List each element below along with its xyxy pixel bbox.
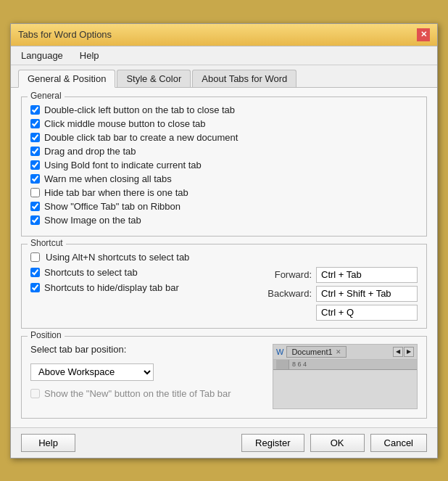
scroll-left-btn: ◀ xyxy=(393,347,403,357)
general-section-title: General xyxy=(28,91,65,101)
scroll-right-btn: ▶ xyxy=(404,347,414,357)
general-checkbox-7: Show "Office Tab" tab on Ribbon xyxy=(30,201,418,212)
backward-label: Backward: xyxy=(261,288,312,299)
general-checkbox-6: Hide tab bar when there is one tab xyxy=(30,187,418,198)
register-button[interactable]: Register xyxy=(241,434,304,452)
doc-icon: W xyxy=(276,348,283,356)
forward-label: Forward: xyxy=(261,269,312,280)
general-section: General Double-click left button on the … xyxy=(21,96,427,237)
tabs-bar: General & Position Style & Color About T… xyxy=(11,65,437,88)
close-button[interactable]: ✕ xyxy=(417,28,430,41)
checkbox-show-ribbon-label: Show "Office Tab" tab on Ribbon xyxy=(44,201,181,212)
doc-ruler-marks: 8 6 4 xyxy=(292,361,307,368)
shortcut-forward-row: Forward: xyxy=(261,267,418,283)
shortcut-row-select: Shortcuts to select tab xyxy=(30,267,254,278)
menu-bar: Language Help xyxy=(11,46,437,65)
position-left: Select tab bar position: Above Workspace… xyxy=(30,344,265,399)
cancel-button[interactable]: Cancel xyxy=(370,434,427,452)
select-bar-position-label: Select tab bar position: xyxy=(30,344,265,355)
footer-right: Register OK Cancel xyxy=(241,434,427,452)
checkbox-shortcuts-hide[interactable] xyxy=(30,283,40,292)
checkbox-dbl-tabbar-label: Double click tab bar to create a new doc… xyxy=(44,132,238,143)
tab-content: General Double-click left button on the … xyxy=(11,88,437,427)
position-inner: Select tab bar position: Above Workspace… xyxy=(30,344,418,409)
shortcut-select-left: Shortcuts to select tab Shortcuts to hid… xyxy=(30,267,254,296)
checkbox-bold-font-label: Using Bold font to indicate current tab xyxy=(44,160,202,170)
shortcut-select-area: Shortcuts to select tab Shortcuts to hid… xyxy=(30,267,418,321)
doc-ruler-left xyxy=(276,360,289,369)
shortcut-row-altn: Using Alt+N shortcuts to select tab xyxy=(30,252,418,263)
checkbox-bold-font[interactable] xyxy=(30,160,40,170)
general-checkbox-4: Using Bold font to indicate current tab xyxy=(30,160,418,170)
tab-general-position[interactable]: General & Position xyxy=(18,70,115,88)
checkbox-drag-drop-label: Drag and drop the tab xyxy=(44,146,136,157)
dialog: Tabs for Word Options ✕ Language Help Ge… xyxy=(10,23,438,459)
position-section-title: Position xyxy=(28,330,65,340)
doc-ruler: 8 6 4 xyxy=(273,360,417,370)
shortcut-backward-row: Backward: xyxy=(261,286,418,302)
dialog-title: Tabs for Word Options xyxy=(18,29,112,40)
checkbox-drag-drop[interactable] xyxy=(30,147,40,156)
checkbox-show-new-label: Show the "New" button on the title of Ta… xyxy=(44,388,231,399)
general-checkbox-1: Click middle mouse button to close tab xyxy=(30,118,418,129)
general-checkbox-5: Warn me when closing all tabs xyxy=(30,173,418,184)
doc-title-bar: W Document1 ✕ ◀ ▶ xyxy=(273,345,417,360)
checkbox-warn-close[interactable] xyxy=(30,174,40,184)
doc-tab-close: ✕ xyxy=(336,348,341,355)
checkbox-show-image[interactable] xyxy=(30,215,40,225)
doc-preview: W Document1 ✕ ◀ ▶ 8 6 4 xyxy=(273,344,418,409)
position-section: Position Select tab bar position: Above … xyxy=(21,336,427,419)
checkbox-hide-tabbar-label: Hide tab bar when there is one tab xyxy=(44,187,188,198)
tab-style-color[interactable]: Style & Color xyxy=(117,70,191,87)
general-checkbox-8: Show Image on the tab xyxy=(30,215,418,226)
backward-input[interactable] xyxy=(316,286,418,302)
menu-language[interactable]: Language xyxy=(18,49,66,62)
checkbox-altn-label: Using Alt+N shortcuts to select tab xyxy=(46,252,189,263)
title-bar: Tabs for Word Options ✕ xyxy=(11,24,437,46)
hide-input[interactable] xyxy=(316,305,418,321)
general-checkbox-0: Double-click left button on the tab to c… xyxy=(30,104,418,115)
help-button[interactable]: Help xyxy=(21,434,75,452)
shortcut-section: Shortcut Using Alt+N shortcuts to select… xyxy=(21,244,427,329)
checkbox-shortcuts-select[interactable] xyxy=(30,268,40,277)
shortcut-inputs: Forward: Backward: xyxy=(261,267,418,321)
general-checkbox-2: Double click tab bar to create a new doc… xyxy=(30,132,418,143)
show-new-btn-row: Show the "New" button on the title of Ta… xyxy=(30,388,265,399)
checkbox-show-new[interactable] xyxy=(30,389,40,398)
general-checkbox-3: Drag and drop the tab xyxy=(30,146,418,157)
footer: Help Register OK Cancel xyxy=(11,427,437,458)
tab-about[interactable]: About Tabs for Word xyxy=(192,70,296,87)
checkbox-show-image-label: Show Image on the tab xyxy=(44,215,141,226)
checkbox-dbl-click-label: Double-click left button on the tab to c… xyxy=(44,104,235,115)
checkbox-middle-click[interactable] xyxy=(30,119,40,128)
shortcut-hide-row xyxy=(261,305,418,321)
checkbox-middle-click-label: Click middle mouse button to close tab xyxy=(44,118,206,129)
checkbox-hide-tabbar[interactable] xyxy=(30,188,40,197)
shortcut-section-title: Shortcut xyxy=(28,238,66,248)
menu-help[interactable]: Help xyxy=(77,49,102,62)
checkbox-dbl-click[interactable] xyxy=(30,105,40,115)
checkbox-altn[interactable] xyxy=(30,252,40,262)
checkbox-show-ribbon[interactable] xyxy=(30,202,40,211)
doc-tab: Document1 ✕ xyxy=(286,346,346,358)
footer-left: Help xyxy=(21,434,75,452)
position-select[interactable]: Above Workspace Below Workspace xyxy=(30,363,154,381)
checkbox-shortcuts-select-label: Shortcuts to select tab xyxy=(44,267,138,278)
checkbox-warn-close-label: Warn me when closing all tabs xyxy=(44,173,172,184)
checkbox-shortcuts-hide-label: Shortcuts to hide/display tab bar xyxy=(44,282,179,293)
checkbox-dbl-tabbar[interactable] xyxy=(30,133,40,142)
doc-scroll-btns: ◀ ▶ xyxy=(393,347,414,357)
doc-title: Document1 xyxy=(291,348,332,356)
shortcut-row-hide: Shortcuts to hide/display tab bar xyxy=(30,282,254,293)
forward-input[interactable] xyxy=(316,267,418,283)
ok-button[interactable]: OK xyxy=(310,434,365,452)
doc-body xyxy=(273,370,417,409)
